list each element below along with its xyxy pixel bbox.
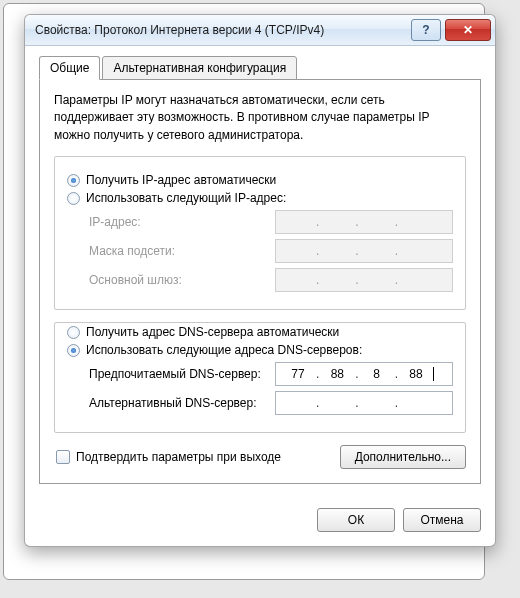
- alternate-dns-oct2[interactable]: [319, 395, 355, 411]
- dialog-buttons: ОК Отмена: [25, 498, 495, 546]
- advanced-button[interactable]: Дополнительно...: [340, 445, 466, 469]
- ip-group: Получить IP-адрес автоматически Использо…: [54, 156, 466, 310]
- alternate-dns-oct3[interactable]: [359, 395, 395, 411]
- input-default-gateway: . . .: [275, 268, 453, 292]
- label-validate-on-exit: Подтвердить параметры при выходе: [76, 450, 281, 464]
- cancel-button[interactable]: Отмена: [403, 508, 481, 532]
- input-ip-address: . . .: [275, 210, 453, 234]
- label-dns-manual: Использовать следующие адреса DNS-сервер…: [86, 343, 362, 357]
- close-icon: ✕: [463, 23, 473, 37]
- preferred-dns-oct1[interactable]: [280, 366, 316, 382]
- ok-button[interactable]: ОК: [317, 508, 395, 532]
- ip-address-oct3: [359, 214, 395, 230]
- preferred-dns-oct2[interactable]: [319, 366, 355, 382]
- preferred-dns-oct4[interactable]: [398, 366, 434, 382]
- preferred-dns-oct3[interactable]: [359, 366, 395, 382]
- text-caret: [433, 367, 434, 381]
- radio-dns-manual[interactable]: [67, 344, 80, 357]
- label-default-gateway: Основной шлюз:: [67, 273, 275, 287]
- radio-dns-auto[interactable]: [67, 326, 80, 339]
- dns-group: Получить адрес DNS-сервера автоматически…: [54, 322, 466, 433]
- label-subnet-mask: Маска подсети:: [67, 244, 275, 258]
- label-alternate-dns: Альтернативный DNS-сервер:: [67, 396, 275, 410]
- label-preferred-dns: Предпочитаемый DNS-сервер:: [67, 367, 275, 381]
- radio-ip-auto[interactable]: [67, 174, 80, 187]
- close-button[interactable]: ✕: [445, 19, 491, 41]
- window-title: Свойства: Протокол Интернета версии 4 (T…: [35, 23, 407, 37]
- tab-strip: Общие Альтернативная конфигурация: [39, 56, 481, 80]
- alternate-dns-oct4[interactable]: [398, 395, 434, 411]
- description-text: Параметры IP могут назначаться автоматич…: [54, 92, 466, 144]
- ip-address-oct2: [319, 214, 355, 230]
- ip-address-oct4: [398, 214, 434, 230]
- help-icon: ?: [422, 23, 429, 37]
- titlebar: Свойства: Протокол Интернета версии 4 (T…: [25, 15, 495, 46]
- help-button[interactable]: ?: [411, 19, 441, 41]
- ipv4-properties-dialog: Свойства: Протокол Интернета версии 4 (T…: [24, 14, 496, 547]
- label-ip-auto: Получить IP-адрес автоматически: [86, 173, 276, 187]
- input-subnet-mask: . . .: [275, 239, 453, 263]
- label-dns-auto: Получить адрес DNS-сервера автоматически: [86, 325, 339, 339]
- input-alternate-dns[interactable]: . . .: [275, 391, 453, 415]
- alternate-dns-oct1[interactable]: [280, 395, 316, 411]
- label-ip-address: IP-адрес:: [67, 215, 275, 229]
- radio-ip-manual[interactable]: [67, 192, 80, 205]
- tab-pane-general: Параметры IP могут назначаться автоматич…: [39, 79, 481, 484]
- input-preferred-dns[interactable]: . . .: [275, 362, 453, 386]
- tab-alternate-config[interactable]: Альтернативная конфигурация: [102, 56, 297, 80]
- tab-general[interactable]: Общие: [39, 56, 100, 80]
- checkbox-validate-on-exit[interactable]: [56, 450, 70, 464]
- label-ip-manual: Использовать следующий IP-адрес:: [86, 191, 286, 205]
- ip-address-oct1: [280, 214, 316, 230]
